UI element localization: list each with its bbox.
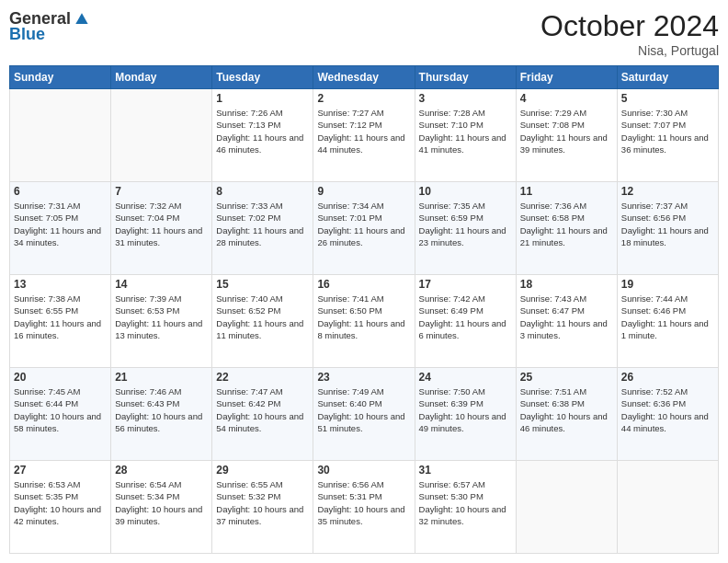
table-row xyxy=(617,461,718,554)
table-row xyxy=(10,89,111,182)
day-info: Sunrise: 7:41 AM Sunset: 6:50 PM Dayligh… xyxy=(317,293,410,341)
day-info: Sunrise: 7:26 AM Sunset: 7:13 PM Dayligh… xyxy=(216,107,309,155)
table-row xyxy=(111,89,212,182)
day-number: 29 xyxy=(216,464,309,477)
table-row: 25Sunrise: 7:51 AM Sunset: 6:38 PM Dayli… xyxy=(516,368,617,461)
table-row: 3Sunrise: 7:28 AM Sunset: 7:10 PM Daylig… xyxy=(415,89,516,182)
calendar-week-row: 6Sunrise: 7:31 AM Sunset: 7:05 PM Daylig… xyxy=(10,182,719,275)
day-info: Sunrise: 7:32 AM Sunset: 7:04 PM Dayligh… xyxy=(115,200,208,248)
table-row: 4Sunrise: 7:29 AM Sunset: 7:08 PM Daylig… xyxy=(516,89,617,182)
day-number: 21 xyxy=(115,371,208,384)
day-info: Sunrise: 7:49 AM Sunset: 6:40 PM Dayligh… xyxy=(317,385,410,434)
col-friday: Friday xyxy=(516,66,617,89)
day-number: 17 xyxy=(419,278,512,291)
day-number: 9 xyxy=(317,185,410,198)
day-info: Sunrise: 6:55 AM Sunset: 5:32 PM Dayligh… xyxy=(216,478,309,527)
table-row: 16Sunrise: 7:41 AM Sunset: 6:50 PM Dayli… xyxy=(313,275,415,368)
day-number: 8 xyxy=(216,185,309,198)
day-number: 10 xyxy=(419,185,512,198)
logo-blue-text: Blue xyxy=(9,25,45,44)
col-sunday: Sunday xyxy=(10,66,111,89)
table-row: 13Sunrise: 7:38 AM Sunset: 6:55 PM Dayli… xyxy=(10,275,111,368)
table-row: 29Sunrise: 6:55 AM Sunset: 5:32 PM Dayli… xyxy=(212,461,313,554)
table-row: 5Sunrise: 7:30 AM Sunset: 7:07 PM Daylig… xyxy=(617,89,718,182)
table-row: 15Sunrise: 7:40 AM Sunset: 6:52 PM Dayli… xyxy=(212,275,313,368)
table-row: 18Sunrise: 7:43 AM Sunset: 6:47 PM Dayli… xyxy=(516,275,617,368)
table-row: 22Sunrise: 7:47 AM Sunset: 6:42 PM Dayli… xyxy=(212,368,313,461)
day-info: Sunrise: 7:37 AM Sunset: 6:56 PM Dayligh… xyxy=(621,200,714,248)
table-row: 2Sunrise: 7:27 AM Sunset: 7:12 PM Daylig… xyxy=(313,89,415,182)
calendar-header-row: Sunday Monday Tuesday Wednesday Thursday… xyxy=(10,66,719,89)
day-number: 5 xyxy=(621,92,714,105)
location-subtitle: Nisa, Portugal xyxy=(540,43,719,58)
table-row: 11Sunrise: 7:36 AM Sunset: 6:58 PM Dayli… xyxy=(516,182,617,275)
day-info: Sunrise: 7:51 AM Sunset: 6:38 PM Dayligh… xyxy=(520,385,613,434)
day-number: 22 xyxy=(216,371,309,384)
day-number: 6 xyxy=(14,185,107,198)
day-number: 23 xyxy=(317,371,410,384)
table-row: 12Sunrise: 7:37 AM Sunset: 6:56 PM Dayli… xyxy=(617,182,718,275)
day-number: 19 xyxy=(621,278,714,291)
day-info: Sunrise: 7:35 AM Sunset: 6:59 PM Dayligh… xyxy=(419,200,512,248)
table-row: 24Sunrise: 7:50 AM Sunset: 6:39 PM Dayli… xyxy=(415,368,516,461)
day-number: 7 xyxy=(115,185,208,198)
day-number: 15 xyxy=(216,278,309,291)
col-wednesday: Wednesday xyxy=(313,66,415,89)
day-number: 12 xyxy=(621,185,714,198)
day-number: 28 xyxy=(115,464,208,477)
day-info: Sunrise: 7:47 AM Sunset: 6:42 PM Dayligh… xyxy=(216,385,309,434)
day-info: Sunrise: 7:45 AM Sunset: 6:44 PM Dayligh… xyxy=(14,385,107,434)
day-info: Sunrise: 7:40 AM Sunset: 6:52 PM Dayligh… xyxy=(216,293,309,341)
table-row: 7Sunrise: 7:32 AM Sunset: 7:04 PM Daylig… xyxy=(111,182,212,275)
table-row: 23Sunrise: 7:49 AM Sunset: 6:40 PM Dayli… xyxy=(313,368,415,461)
logo-icon xyxy=(73,10,91,29)
table-row: 31Sunrise: 6:57 AM Sunset: 5:30 PM Dayli… xyxy=(415,461,516,554)
logo: General Blue xyxy=(9,9,91,44)
table-row: 17Sunrise: 7:42 AM Sunset: 6:49 PM Dayli… xyxy=(415,275,516,368)
day-info: Sunrise: 7:29 AM Sunset: 7:08 PM Dayligh… xyxy=(520,107,613,155)
day-info: Sunrise: 7:27 AM Sunset: 7:12 PM Dayligh… xyxy=(317,107,410,155)
day-info: Sunrise: 7:46 AM Sunset: 6:43 PM Dayligh… xyxy=(115,385,208,434)
day-info: Sunrise: 7:31 AM Sunset: 7:05 PM Dayligh… xyxy=(14,200,107,248)
day-number: 2 xyxy=(317,92,410,105)
calendar-week-row: 20Sunrise: 7:45 AM Sunset: 6:44 PM Dayli… xyxy=(10,368,719,461)
table-row: 6Sunrise: 7:31 AM Sunset: 7:05 PM Daylig… xyxy=(10,182,111,275)
calendar-week-row: 27Sunrise: 6:53 AM Sunset: 5:35 PM Dayli… xyxy=(10,461,719,554)
day-number: 1 xyxy=(216,92,309,105)
month-title: October 2024 xyxy=(540,9,719,43)
day-number: 3 xyxy=(419,92,512,105)
day-number: 14 xyxy=(115,278,208,291)
day-number: 25 xyxy=(520,371,613,384)
day-number: 4 xyxy=(520,92,613,105)
calendar-week-row: 13Sunrise: 7:38 AM Sunset: 6:55 PM Dayli… xyxy=(10,275,719,368)
title-area: October 2024 Nisa, Portugal xyxy=(540,9,719,58)
table-row: 14Sunrise: 7:39 AM Sunset: 6:53 PM Dayli… xyxy=(111,275,212,368)
day-info: Sunrise: 6:56 AM Sunset: 5:31 PM Dayligh… xyxy=(317,478,410,527)
day-info: Sunrise: 7:36 AM Sunset: 6:58 PM Dayligh… xyxy=(520,200,613,248)
day-info: Sunrise: 7:42 AM Sunset: 6:49 PM Dayligh… xyxy=(419,293,512,341)
day-info: Sunrise: 7:39 AM Sunset: 6:53 PM Dayligh… xyxy=(115,293,208,341)
table-row: 26Sunrise: 7:52 AM Sunset: 6:36 PM Dayli… xyxy=(617,368,718,461)
col-saturday: Saturday xyxy=(617,66,718,89)
calendar-week-row: 1Sunrise: 7:26 AM Sunset: 7:13 PM Daylig… xyxy=(10,89,719,182)
day-info: Sunrise: 6:57 AM Sunset: 5:30 PM Dayligh… xyxy=(419,478,512,527)
day-info: Sunrise: 6:54 AM Sunset: 5:34 PM Dayligh… xyxy=(115,478,208,527)
page: General Blue October 2024 Nisa, Portugal… xyxy=(0,0,728,563)
header: General Blue October 2024 Nisa, Portugal xyxy=(9,9,719,58)
day-info: Sunrise: 6:53 AM Sunset: 5:35 PM Dayligh… xyxy=(14,478,107,527)
day-number: 16 xyxy=(317,278,410,291)
table-row: 8Sunrise: 7:33 AM Sunset: 7:02 PM Daylig… xyxy=(212,182,313,275)
table-row: 27Sunrise: 6:53 AM Sunset: 5:35 PM Dayli… xyxy=(10,461,111,554)
day-number: 24 xyxy=(419,371,512,384)
day-number: 26 xyxy=(621,371,714,384)
day-number: 31 xyxy=(419,464,512,477)
col-thursday: Thursday xyxy=(415,66,516,89)
col-monday: Monday xyxy=(111,66,212,89)
day-number: 11 xyxy=(520,185,613,198)
day-number: 27 xyxy=(14,464,107,477)
table-row: 19Sunrise: 7:44 AM Sunset: 6:46 PM Dayli… xyxy=(617,275,718,368)
calendar-table: Sunday Monday Tuesday Wednesday Thursday… xyxy=(9,65,719,554)
day-number: 18 xyxy=(520,278,613,291)
table-row: 21Sunrise: 7:46 AM Sunset: 6:43 PM Dayli… xyxy=(111,368,212,461)
table-row: 10Sunrise: 7:35 AM Sunset: 6:59 PM Dayli… xyxy=(415,182,516,275)
